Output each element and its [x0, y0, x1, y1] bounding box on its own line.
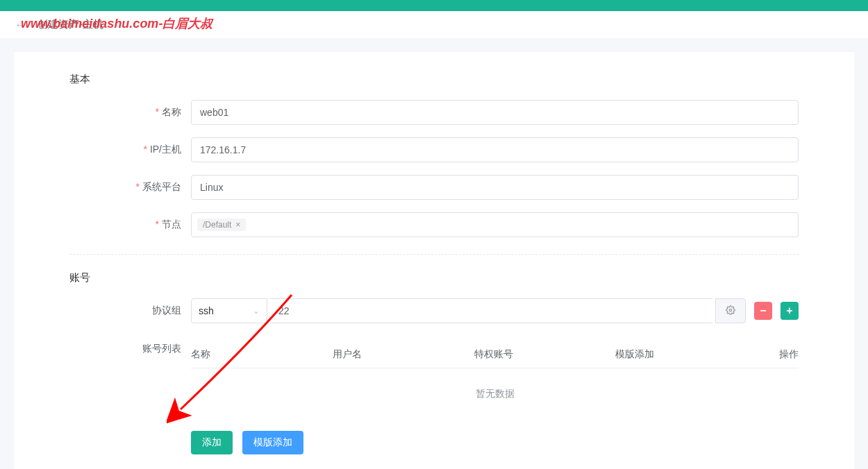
section-basic-title: 基本	[69, 73, 799, 86]
label-node: *节点	[69, 219, 191, 231]
col-tmpl: 模版添加	[615, 348, 757, 361]
svg-point-0	[729, 309, 732, 312]
top-bar	[0, 0, 868, 11]
node-tag: /Default ×	[197, 219, 246, 231]
required-mark-icon: *	[136, 181, 140, 192]
form-row-ip: *IP/主机	[69, 137, 799, 162]
name-input[interactable]	[191, 100, 799, 125]
form-row-account-list: 账号列表 名称 用户名 特权账号 模版添加 操作 暂无数据 添加 模版添加	[69, 336, 799, 454]
chevron-down-icon: ⌄	[253, 306, 260, 316]
table-empty: 暂无数据	[191, 368, 799, 420]
required-mark-icon: *	[143, 144, 147, 155]
ip-input[interactable]	[191, 137, 799, 162]
table-header: 名称 用户名 特权账号 模版添加 操作	[191, 341, 799, 368]
node-tag-input[interactable]: /Default ×	[191, 212, 799, 237]
plus-icon: +	[786, 305, 792, 317]
platform-input[interactable]	[191, 175, 799, 200]
col-name: 名称	[191, 348, 333, 361]
account-table: 名称 用户名 特权账号 模版添加 操作 暂无数据	[191, 341, 799, 420]
col-action: 操作	[757, 348, 799, 361]
form-row-platform: *系统平台	[69, 175, 799, 200]
form-row-name: *名称	[69, 100, 799, 125]
protocol-row: ssh ⌄ − +	[191, 298, 799, 323]
divider	[69, 254, 799, 255]
content-panel: 基本 *名称 *IP/主机 *系统平台 *节点 /Defa	[14, 52, 854, 469]
account-buttons: 添加 模版添加	[191, 431, 799, 454]
label-name: *名称	[69, 106, 191, 119]
protocol-remove-button[interactable]: −	[754, 302, 772, 320]
required-mark-icon: *	[156, 219, 159, 230]
tag-close-icon[interactable]: ×	[235, 220, 240, 230]
page-header: ← 创建资产-主机 www.baimeidashu.com-白眉大叔	[0, 11, 868, 38]
label-ip: *IP/主机	[69, 144, 191, 156]
port-input[interactable]	[270, 298, 712, 323]
add-account-button[interactable]: 添加	[191, 431, 233, 454]
protocol-add-button[interactable]: +	[781, 302, 799, 320]
section-account-title: 账号	[69, 271, 799, 284]
label-account-list: 账号列表	[69, 336, 191, 355]
required-mark-icon: *	[156, 106, 159, 117]
col-user: 用户名	[333, 348, 474, 361]
page-title: 创建资产-主机	[37, 18, 103, 31]
label-platform: *系统平台	[69, 181, 191, 194]
back-arrow-icon[interactable]: ←	[14, 17, 28, 33]
minus-icon: −	[760, 305, 766, 317]
template-add-button[interactable]: 模版添加	[242, 431, 303, 454]
label-protocol-group: 协议组	[69, 305, 191, 317]
col-priv: 特权账号	[474, 348, 616, 361]
protocol-settings-button[interactable]	[715, 298, 746, 323]
protocol-select[interactable]: ssh ⌄	[191, 298, 267, 323]
form-row-protocol: 协议组 ssh ⌄ − +	[69, 298, 799, 323]
gear-icon	[726, 305, 735, 317]
form-row-node: *节点 /Default ×	[69, 212, 799, 237]
